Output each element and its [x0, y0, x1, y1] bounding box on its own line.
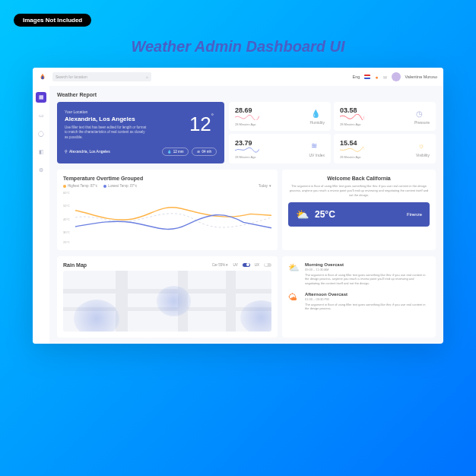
map-control-uv-label: UV [233, 263, 237, 267]
metric-pressure[interactable]: 03.58 28 Minutes Ago ◷ Pressure [334, 102, 436, 131]
metric-label: Humidity [310, 120, 325, 125]
search-icon: ⌕ [146, 75, 148, 79]
sidebar-item-calendar[interactable]: ▭ [36, 110, 46, 121]
droplet-icon: 💧 [310, 108, 321, 119]
page-title: Weather Admin Dashboard UI [0, 38, 476, 56]
chevron-down-icon: ▾ [269, 184, 271, 188]
sparkline [340, 147, 364, 153]
chart-title: Temperature Overtime Grouped [63, 176, 143, 181]
message-icon[interactable]: ✉ [383, 75, 387, 80]
rain-map-card: Rain Map Car 55% ▾ UV UX [57, 256, 278, 338]
forecast-title: Morning Overcast [305, 262, 430, 267]
forecast-time: 01:00 – 03:30 PM [305, 297, 430, 301]
location-desc: Use filler text that has been edited for… [65, 125, 148, 140]
welcome-card: Welcome Back California The argument in … [282, 170, 436, 250]
search-placeholder: Search for location [56, 75, 87, 79]
logo-icon [39, 73, 46, 81]
welcome-desc: The argument in floor of using filler te… [288, 184, 430, 198]
map-body[interactable] [63, 271, 271, 332]
rain-map-title: Rain Map [63, 262, 87, 268]
droplet-icon: 💧 [167, 150, 172, 154]
sparkline [235, 147, 259, 153]
sparkline [235, 114, 259, 120]
sidebar: ▦ ▭ ◯ ◧ ⚙ [33, 86, 49, 344]
metric-value: 23.79 [235, 139, 306, 147]
metrics-grid: 28.69 28 Minutes Ago 💧 Humidity 03.58 [229, 102, 436, 163]
metric-uv[interactable]: 23.79 28 Minutes Ago ≋ UV Index [229, 134, 331, 163]
metric-value: 15.54 [340, 139, 413, 147]
topbar: Search for location ⌕ Eng ● ✉ Valentina … [33, 68, 443, 86]
images-not-included-badge: Images Not Included [14, 14, 91, 27]
pin-icon: ⚲ [65, 149, 68, 154]
welcome-temp: 25°C [315, 209, 335, 220]
forecast-afternoon[interactable]: 🌤 Afternoon Overcast 01:00 – 03:30 PM Th… [288, 292, 430, 311]
welcome-banner: ⛅ 25°C Firenze [288, 202, 430, 227]
notification-icon[interactable]: ● [375, 75, 378, 80]
sparkline [340, 114, 364, 120]
avatar[interactable] [392, 72, 401, 81]
lang-label[interactable]: Eng [353, 75, 360, 79]
temperature-chart-card: Temperature Overtime Grouped Highest Tem… [57, 170, 278, 250]
metric-sub: 28 Minutes Ago [340, 155, 413, 159]
forecast-desc: The argument in floor of using filler te… [305, 303, 430, 311]
user-name: Valentina Moroso [405, 75, 437, 79]
map-control-car: Car 55% ▾ [212, 263, 229, 267]
chart-plot: 60°C 50°C 40°C 30°C 20°C [63, 191, 271, 244]
metric-label: Pressure [414, 120, 430, 125]
forecast-morning[interactable]: ⛅ Morning Overcast 09:00 – 11:30 AM The … [288, 262, 430, 286]
wind-icon: ≋ [197, 150, 200, 154]
welcome-title: Welcome Back California [288, 176, 430, 181]
pin-location[interactable]: ⚲ Alexandria, Los Angeles [65, 149, 110, 154]
hero-temperature: 12° [189, 113, 214, 136]
precipitation-pill: 💧 12 mm [162, 148, 189, 156]
metric-label: Visibility [416, 153, 430, 157]
uv-toggle[interactable] [243, 263, 250, 267]
forecast-card: ⛅ Morning Overcast 09:00 – 11:30 AM The … [282, 256, 436, 338]
metric-sub: 28 Minutes Ago [235, 122, 307, 126]
ux-toggle[interactable] [264, 263, 271, 267]
legend-low: Lowest Temp: 07°c [103, 184, 137, 188]
sidebar-item-dashboard[interactable]: ▦ [36, 92, 46, 103]
sidebar-item-map[interactable]: ◧ [36, 147, 46, 157]
map-control-ux-label: UX [255, 263, 259, 267]
forecast-time: 09:00 – 11:30 AM [305, 268, 430, 271]
sidebar-item-user[interactable]: ◯ [36, 129, 46, 139]
metric-sub: 28 Minutes Ago [235, 155, 306, 159]
sidebar-item-settings[interactable]: ⚙ [36, 165, 46, 176]
waves-icon: ≋ [309, 141, 319, 151]
sun-haze-icon: 🌤 [288, 292, 300, 304]
wind-pill: ≋ 04 mh [192, 148, 217, 156]
search-input[interactable]: Search for location ⌕ [52, 72, 151, 81]
metric-value: 03.58 [340, 106, 411, 114]
sun-icon: ☼ [416, 141, 427, 151]
metric-sub: 28 Minutes Ago [340, 122, 411, 126]
dashboard-frame: Search for location ⌕ Eng ● ✉ Valentina … [33, 68, 443, 344]
metric-value: 28.69 [235, 106, 307, 114]
welcome-city: Firenze [407, 212, 422, 217]
cloud-sun-icon: ⛅ [296, 208, 309, 221]
cloud-sun-icon: ⛅ [288, 262, 300, 274]
metric-humidity[interactable]: 28.69 28 Minutes Ago 💧 Humidity [229, 102, 331, 131]
chart-period-selector[interactable]: Today▾ [259, 184, 271, 188]
forecast-title: Afternoon Overcast [305, 292, 430, 297]
metric-label: UV Index [309, 153, 325, 157]
weather-hero-card: Your Location Alexandria, Los Angeles Us… [57, 102, 224, 163]
forecast-desc: The argument in floor of using filler te… [305, 273, 430, 286]
legend-high: Highest Temp: 87°c [63, 184, 97, 188]
metric-visibility[interactable]: 15.54 28 Minutes Ago ☼ Visibility [334, 134, 436, 163]
flag-icon [364, 75, 370, 79]
clock-icon: ◷ [414, 108, 425, 119]
weather-report-title: Weather Report [57, 92, 436, 97]
